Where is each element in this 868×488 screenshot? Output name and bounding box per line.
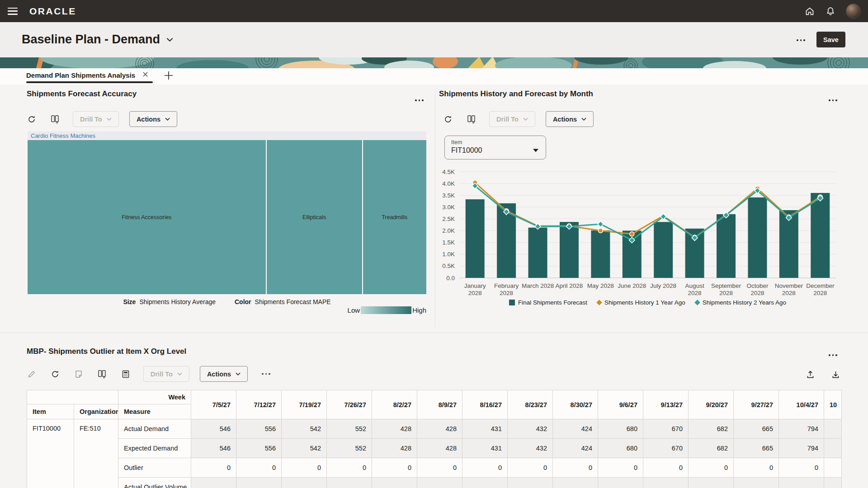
value-cell[interactable]: 546 <box>191 439 236 458</box>
notifications-bell-icon[interactable] <box>825 6 836 17</box>
week-column-header[interactable]: 10/4/27 <box>779 390 824 419</box>
week-column-header[interactable]: 9/13/27 <box>643 390 689 419</box>
overflow-menu-button[interactable] <box>829 354 837 356</box>
edit-pencil-icon[interactable] <box>27 369 36 379</box>
home-icon[interactable] <box>804 6 815 17</box>
view-selector-icon[interactable]: # <box>97 369 107 379</box>
value-cell[interactable]: 682 <box>689 439 734 458</box>
value-cell[interactable]: 0 <box>327 458 372 478</box>
week-column-header[interactable]: 7/12/27 <box>236 390 282 419</box>
week-column-header[interactable]: 8/2/27 <box>372 390 417 419</box>
value-cell[interactable]: 0 <box>643 458 689 478</box>
value-cell[interactable] <box>824 439 842 458</box>
legend-item[interactable]: Shipments History 2 Years Ago <box>695 299 786 306</box>
value-cell[interactable]: 665 <box>734 419 779 439</box>
value-cell[interactable]: 424 <box>553 419 598 439</box>
value-cell[interactable] <box>824 419 842 439</box>
data-point-marker[interactable] <box>630 232 634 236</box>
view-selector-icon[interactable]: # <box>50 114 60 124</box>
refresh-icon[interactable] <box>443 114 453 124</box>
value-cell[interactable]: 556 <box>236 439 282 458</box>
value-cell[interactable]: 431 <box>462 439 508 458</box>
legend-item[interactable]: Shipments History 1 Year Ago <box>597 299 685 306</box>
bar[interactable] <box>528 228 547 278</box>
data-point-marker[interactable] <box>598 221 604 227</box>
value-cell[interactable]: 428 <box>417 439 462 458</box>
value-cell[interactable] <box>282 478 327 488</box>
value-cell[interactable]: 0 <box>508 458 553 478</box>
week-column-header[interactable]: 8/16/27 <box>462 390 508 419</box>
week-column-header[interactable]: 10 <box>824 390 842 419</box>
week-column-header[interactable]: 8/30/27 <box>553 390 598 419</box>
value-cell[interactable]: 0 <box>417 458 462 478</box>
bar[interactable] <box>811 193 830 278</box>
value-cell[interactable]: 424 <box>553 439 598 458</box>
bar[interactable] <box>654 222 673 278</box>
drill-to-button[interactable]: Drill To <box>143 366 189 382</box>
value-cell[interactable]: 0 <box>372 458 417 478</box>
value-cell[interactable] <box>824 458 842 478</box>
value-cell[interactable]: 682 <box>689 419 734 439</box>
week-column-header[interactable]: 8/23/27 <box>508 390 553 419</box>
value-cell[interactable]: 428 <box>417 419 462 439</box>
bar[interactable] <box>560 222 579 278</box>
legend-item[interactable]: Final Shipments Forecast <box>509 299 587 306</box>
week-column-header[interactable]: 7/19/27 <box>282 390 327 419</box>
bar[interactable] <box>748 197 767 278</box>
week-column-header[interactable]: 9/20/27 <box>689 390 734 419</box>
value-cell[interactable]: 0 <box>191 458 236 478</box>
week-column-header[interactable]: 7/5/27 <box>191 390 236 419</box>
value-cell[interactable]: 665 <box>734 439 779 458</box>
data-point-marker[interactable] <box>598 229 603 233</box>
value-cell[interactable]: 432 <box>508 419 553 439</box>
value-cell[interactable] <box>689 478 734 488</box>
value-cell[interactable]: 0 <box>553 458 598 478</box>
value-cell[interactable] <box>779 478 824 488</box>
value-cell[interactable]: 556 <box>236 419 282 439</box>
value-cell[interactable] <box>508 478 553 488</box>
value-cell[interactable]: 542 <box>282 419 327 439</box>
value-cell[interactable] <box>462 478 508 488</box>
value-cell[interactable] <box>417 478 462 488</box>
value-cell[interactable]: 428 <box>372 439 417 458</box>
value-cell[interactable]: 0 <box>689 458 734 478</box>
add-tab-button[interactable] <box>164 70 174 82</box>
chevron-down-icon[interactable] <box>166 36 173 44</box>
user-avatar[interactable] <box>846 4 861 19</box>
value-cell[interactable]: 552 <box>327 419 372 439</box>
value-cell[interactable]: 542 <box>282 439 327 458</box>
download-icon[interactable] <box>831 370 840 381</box>
treemap-tile[interactable]: Treadmills <box>363 140 426 294</box>
actions-button[interactable]: Actions <box>200 366 248 382</box>
value-cell[interactable] <box>824 478 842 488</box>
treemap-tile[interactable]: Fitness Accessories <box>28 140 266 294</box>
save-button[interactable]: Save <box>816 32 845 47</box>
close-icon[interactable] <box>142 71 148 79</box>
value-cell[interactable] <box>236 478 282 488</box>
value-cell[interactable]: 680 <box>598 439 643 458</box>
value-cell[interactable] <box>372 478 417 488</box>
value-cell[interactable] <box>191 478 236 488</box>
value-cell[interactable]: 670 <box>643 439 689 458</box>
week-column-header[interactable]: 9/27/27 <box>734 390 779 419</box>
bar[interactable] <box>717 214 736 278</box>
upload-icon[interactable] <box>806 370 815 381</box>
value-cell[interactable]: 0 <box>282 458 327 478</box>
value-cell[interactable] <box>553 478 598 488</box>
view-selector-icon[interactable]: # <box>467 114 476 124</box>
calculator-icon[interactable] <box>121 369 130 379</box>
actions-button[interactable]: Actions <box>546 111 594 127</box>
value-cell[interactable]: 0 <box>734 458 779 478</box>
bar[interactable] <box>466 199 485 278</box>
value-cell[interactable]: 0 <box>598 458 643 478</box>
refresh-icon[interactable] <box>50 369 60 379</box>
value-cell[interactable]: 0 <box>779 458 824 478</box>
value-cell[interactable]: 428 <box>372 419 417 439</box>
overflow-menu-button[interactable] <box>262 373 270 375</box>
value-cell[interactable] <box>327 478 372 488</box>
value-cell[interactable]: 794 <box>779 419 824 439</box>
week-column-header[interactable]: 7/26/27 <box>327 390 372 419</box>
value-cell[interactable]: 546 <box>191 419 236 439</box>
item-filter-select[interactable]: Item FIT10000 <box>444 136 546 160</box>
value-cell[interactable]: 0 <box>462 458 508 478</box>
